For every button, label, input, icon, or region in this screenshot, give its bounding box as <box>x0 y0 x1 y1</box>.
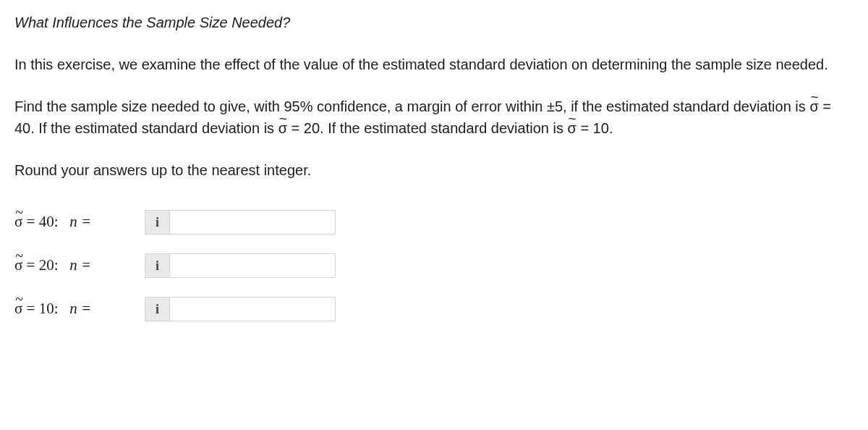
colon: : <box>54 256 59 274</box>
answer-row-sigma-40: σ = 40: n = i <box>14 210 854 235</box>
sigma-hat-icon: σ <box>14 298 22 321</box>
prompt-paragraph: Find the sample size needed to give, wit… <box>14 96 854 139</box>
question-heading: What Influences the Sample Size Needed? <box>14 12 854 33</box>
prompt-end: . <box>609 120 613 136</box>
equals-sign: = <box>27 213 35 230</box>
sigma-value: 20 <box>39 256 54 274</box>
answer-row-sigma-10: σ = 10: n = i <box>14 297 854 321</box>
info-icon: i <box>156 300 159 319</box>
answer-label-10: σ = 10: n = <box>14 298 145 321</box>
info-button-10[interactable]: i <box>145 297 169 321</box>
answer-label-20: σ = 20: n = <box>14 254 145 277</box>
sigma-value: 10 <box>39 300 54 317</box>
answers-block: σ = 40: n = i σ = 20: n = i σ = 10: n = <box>14 210 854 321</box>
answer-row-sigma-20: σ = 20: n = i <box>14 253 854 278</box>
sigma-eq-2: = 20 <box>287 120 320 136</box>
sigma-hat-3: σ <box>567 117 576 139</box>
intro-paragraph: In this exercise, we examine the effect … <box>14 54 854 75</box>
sigma-hat-1: σ <box>809 96 818 117</box>
answer-input-40[interactable] <box>169 210 336 235</box>
colon: : <box>54 213 59 230</box>
prompt-pm: ±5 <box>547 98 563 114</box>
n-equals: n = <box>69 213 91 230</box>
n-equals: n = <box>69 256 91 274</box>
info-icon: i <box>156 213 159 232</box>
sigma-hat-icon: σ <box>14 211 22 234</box>
info-button-40[interactable]: i <box>145 210 169 235</box>
prompt-mid3: . If the estimated standard deviation is <box>320 120 567 136</box>
equals-sign: = <box>27 300 35 317</box>
prompt-mid2: . If the estimated standard deviation is <box>30 120 278 136</box>
answer-input-20[interactable] <box>169 253 336 278</box>
equals-sign: = <box>27 256 35 274</box>
sigma-eq-3: = 10 <box>576 120 609 136</box>
answer-input-10[interactable] <box>169 297 336 321</box>
rounding-note: Round your answers up to the nearest int… <box>14 159 854 181</box>
sigma-hat-icon: σ <box>14 254 22 277</box>
colon: : <box>54 300 59 317</box>
prompt-mid1: , if the estimated standard deviation is <box>563 98 809 114</box>
sigma-hat-2: σ <box>278 117 287 139</box>
n-equals: n = <box>69 300 91 317</box>
answer-label-40: σ = 40: n = <box>14 211 145 234</box>
info-button-20[interactable]: i <box>145 253 169 278</box>
info-icon: i <box>156 256 159 276</box>
sigma-value: 40 <box>39 213 54 230</box>
